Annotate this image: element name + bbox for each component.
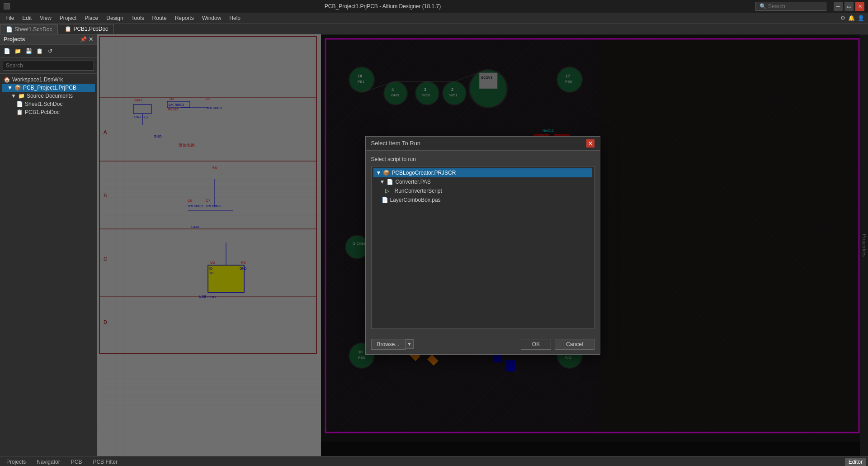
project-file-icon: 📦	[383, 170, 390, 176]
browse-dropdown-button[interactable]: ▼	[406, 339, 414, 349]
workspace-icon: 🏠	[4, 76, 10, 83]
pas-file2-icon: 📄	[382, 197, 388, 203]
modal-overlay: Select Item To Run ✕ Select script to ru…	[97, 34, 868, 456]
bottom-tab-pcb[interactable]: PCB	[66, 458, 87, 466]
menu-project[interactable]: Project	[56, 14, 80, 22]
browse-group: Browse... ▼	[371, 339, 414, 350]
title-search-area[interactable]: 🔍	[755, 2, 826, 11]
script-icon: ▷	[385, 188, 389, 194]
modal-body: Select script to run ▼ 📦 PCBLogoCreator.…	[366, 151, 600, 334]
modal-title: Select Item To Run	[371, 140, 421, 147]
menu-file[interactable]: File	[2, 14, 18, 22]
window-controls: ─ ▭ ✕	[834, 2, 864, 11]
tree-source-docs[interactable]: ▼ 📁 Source Documents	[2, 92, 95, 100]
modal-footer: Browse... ▼ OK Cancel	[366, 334, 600, 354]
modal-tree-child1[interactable]: ▼ 📄 Converter.PAS	[373, 177, 592, 186]
panel-saveas-btn[interactable]: 📋	[34, 46, 44, 56]
menu-reports[interactable]: Reports	[171, 14, 198, 22]
project-collapse-icon: ▼	[7, 85, 13, 91]
menu-route[interactable]: Route	[149, 14, 170, 22]
source-collapse-icon: ▼	[11, 93, 16, 99]
bottom-tab-projects[interactable]: Projects	[2, 458, 30, 466]
browse-button[interactable]: Browse...	[371, 339, 406, 350]
window-title: PCB_Project1.PrjPCB - Altium Designer (1…	[10, 3, 755, 10]
menu-place[interactable]: Place	[81, 14, 102, 22]
tree-sheet[interactable]: 📄 Sheet1.SchDoc	[2, 100, 95, 108]
modal-title-bar: Select Item To Run ✕	[366, 137, 600, 151]
modal-tree-child2[interactable]: 📄 LayerComboBox.pas	[373, 195, 592, 204]
panel-save-btn[interactable]: 💾	[24, 46, 33, 56]
ok-button[interactable]: OK	[521, 339, 551, 350]
modal-close-button[interactable]: ✕	[586, 139, 594, 147]
folder-icon: 📁	[18, 93, 25, 99]
tree-pcb[interactable]: 📋 PCB1.PcbDoc	[2, 108, 95, 116]
left-panel: Projects 📌 ✕ 📄 📁 💾 📋 ↺ 🏠 Workspace1.DsnW…	[0, 34, 97, 456]
menu-bar: File Edit View Project Place Design Tool…	[0, 13, 868, 24]
main-layout: Projects 📌 ✕ 📄 📁 💾 📋 ↺ 🏠 Workspace1.DsnW…	[0, 34, 868, 456]
modal-tree: ▼ 📦 PCBLogoCreator.PRJSCR ▼ 📄 Converter.…	[371, 166, 594, 329]
cancel-button[interactable]: Cancel	[555, 339, 594, 350]
search-icon: 🔍	[760, 3, 766, 10]
modal-tree-root[interactable]: ▼ 📦 PCBLogoCreator.PRJSCR	[373, 168, 592, 177]
tree-project[interactable]: ▼ 📦 PCB_Project1.PrjPCB	[2, 84, 95, 92]
close-button[interactable]: ✕	[855, 2, 864, 11]
search-bar	[0, 58, 97, 74]
pcb-icon: 📋	[65, 26, 71, 32]
editor-label-area: Editor	[845, 458, 866, 466]
editor-label: Editor	[845, 458, 866, 466]
modal-dialog: Select Item To Run ✕ Select script to ru…	[365, 136, 600, 355]
pas-file-icon: 📄	[387, 179, 393, 185]
tab-bar: 📄 Sheet1.SchDoc 📋 PCB1.PcbDoc	[0, 24, 868, 34]
app-icon	[4, 3, 10, 10]
modal-label: Select script to run	[371, 156, 594, 162]
title-search-input[interactable]	[768, 3, 822, 10]
left-panel-header: Projects 📌 ✕	[0, 34, 97, 45]
menu-view[interactable]: View	[36, 14, 55, 22]
project-icon: 📦	[14, 85, 21, 91]
tab-schematic[interactable]: 📄 Sheet1.SchDoc	[0, 24, 58, 34]
menu-design[interactable]: Design	[103, 14, 127, 22]
title-bar: PCB_Project1.PrjPCB - Altium Designer (1…	[0, 0, 868, 13]
schematic-icon: 📄	[6, 26, 13, 33]
menu-tools[interactable]: Tools	[128, 14, 148, 22]
notification-icon[interactable]: 🔔	[848, 15, 855, 21]
sheet-icon: 📄	[16, 101, 23, 107]
search-input[interactable]	[3, 61, 94, 71]
user-icon[interactable]: 👤	[858, 15, 864, 21]
panel-new-btn[interactable]: 📄	[2, 46, 12, 56]
modal-tree-child1-1[interactable]: ▷ RunConverterScript	[373, 186, 592, 195]
bottom-tabs: Projects Navigator PCB PCB Filter Editor	[0, 456, 868, 466]
menu-help[interactable]: Help	[226, 14, 244, 22]
panel-pin-btn[interactable]: 📌	[80, 36, 87, 43]
tree-workspace[interactable]: 🏠 Workspace1.DsnWrk	[2, 76, 95, 84]
bottom-tab-navigator[interactable]: Navigator	[32, 458, 64, 466]
menu-window[interactable]: Window	[198, 14, 225, 22]
panel-open-btn[interactable]: 📁	[13, 46, 23, 56]
panel-refresh-btn[interactable]: ↺	[45, 46, 55, 56]
child-collapse-icon: ▼	[380, 179, 385, 185]
tab-pcb[interactable]: 📋 PCB1.PcbDoc	[59, 24, 114, 34]
restore-button[interactable]: ▭	[844, 2, 854, 11]
menu-edit[interactable]: Edit	[19, 14, 35, 22]
pcb-file-icon: 📋	[16, 109, 23, 115]
project-tree: 🏠 Workspace1.DsnWrk ▼ 📦 PCB_Project1.Prj…	[0, 74, 97, 456]
bottom-tab-pcb-filter[interactable]: PCB Filter	[88, 458, 122, 466]
panel-close-btn[interactable]: ✕	[89, 36, 93, 43]
folder-collapse-icon: ▼	[376, 170, 382, 176]
minimize-button[interactable]: ─	[834, 2, 843, 11]
panel-title: Projects	[4, 36, 25, 43]
content-area: + □ ▣ │ ▽ + □ ⊕ ↺ ⬛ ▶ 💡 A /	[97, 34, 868, 456]
panel-toolbar: 📄 📁 💾 📋 ↺	[0, 45, 97, 58]
settings-icon[interactable]: ⚙	[840, 15, 845, 21]
